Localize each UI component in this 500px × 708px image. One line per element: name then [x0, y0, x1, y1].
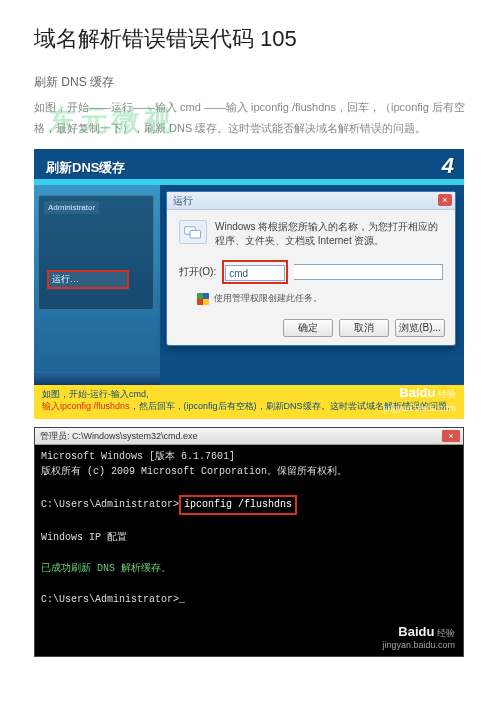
cmd-command-highlight: ipconfig /flushdns: [179, 495, 297, 515]
cmd-prompt: C:\Users\Administrator>: [41, 499, 179, 510]
figure1-caption: 如图，开始-运行-输入cmd, 输入ipconfig /flushdns，然后回…: [34, 385, 464, 419]
logo-sub: 经验: [438, 389, 456, 399]
taskbar: [34, 371, 160, 385]
cmd-titlebar: 管理员: C:\Windows\system32\cmd.exe ×: [35, 428, 463, 445]
run-dialog: 运行 × Windows 将根据您所输入的名称，为您打开相应的程序、文件夹、文档…: [166, 191, 456, 346]
run-titlebar: 运行 ×: [167, 192, 455, 210]
figure1-header: 刷新DNS缓存: [46, 159, 125, 177]
logo-sub: 经验: [437, 628, 455, 638]
description: 如图，开始——运行——输入 cmd ——输入 ipconfig /flushdn…: [34, 97, 466, 139]
cmd-success: 已成功刷新 DNS 解析缓存。: [41, 561, 457, 577]
page-title: 域名解析错误错误代码 105: [34, 24, 466, 54]
admin-hint: 使用管理权限创建此任务。: [214, 292, 322, 305]
ok-button[interactable]: 确定: [283, 319, 333, 337]
shield-icon: [197, 293, 209, 305]
desktop-startmenu: Administrator 运行…: [34, 185, 160, 385]
browse-button[interactable]: 浏览(B)...: [395, 319, 445, 337]
cmd-title: 管理员: C:\Windows\system32\cmd.exe: [40, 431, 198, 441]
run-input-highlight: [222, 260, 288, 285]
figure-run-dialog: 刷新DNS缓存 4 Administrator 运行… 运行 × Windows…: [34, 149, 464, 419]
start-menu: Administrator 运行…: [38, 195, 154, 310]
baidu-logo: Baidu 经验 jingyan.baidu.com: [382, 624, 455, 650]
open-label: 打开(O):: [179, 265, 216, 279]
cmd-body: Microsoft Windows [版本 6.1.7601] 版权所有 (c)…: [35, 445, 463, 612]
caption-cmd: 输入ipconfig /flushdns: [42, 401, 130, 411]
figure1-step-number: 4: [442, 153, 454, 179]
svg-rect-1: [190, 230, 201, 238]
run-icon: [179, 220, 207, 244]
run-hint: Windows 将根据您所输入的名称，为您打开相应的程序、文件夹、文档或 Int…: [215, 220, 443, 248]
cmd-line: Windows IP 配置: [41, 530, 457, 546]
run-input[interactable]: [225, 265, 285, 281]
logo-url: jingyan.baidu.com: [383, 403, 456, 413]
baidu-logo: Baidu 经验 jingyan.baidu.com: [383, 384, 456, 415]
run-title: 运行: [173, 195, 193, 206]
run-input-rest[interactable]: [294, 264, 443, 280]
start-user: Administrator: [44, 201, 99, 214]
logo-brand: Baidu: [398, 624, 434, 639]
close-icon[interactable]: ×: [442, 430, 460, 442]
cancel-button[interactable]: 取消: [339, 319, 389, 337]
logo-brand: Baidu: [399, 385, 435, 400]
logo-url: jingyan.baidu.com: [382, 640, 455, 650]
close-icon[interactable]: ×: [438, 194, 452, 206]
subtitle: 刷新 DNS 缓存: [34, 74, 466, 91]
figure-cmd-window: 管理员: C:\Windows\system32\cmd.exe × Micro…: [34, 427, 464, 657]
start-run-item[interactable]: 运行…: [47, 270, 129, 289]
cmd-prompt: C:\Users\Administrator>_: [41, 592, 457, 608]
admin-hint-row: 使用管理权限创建此任务。: [197, 292, 443, 305]
cmd-line: 版权所有 (c) 2009 Microsoft Corporation。保留所有…: [41, 464, 457, 480]
cmd-line: Microsoft Windows [版本 6.1.7601]: [41, 449, 457, 465]
